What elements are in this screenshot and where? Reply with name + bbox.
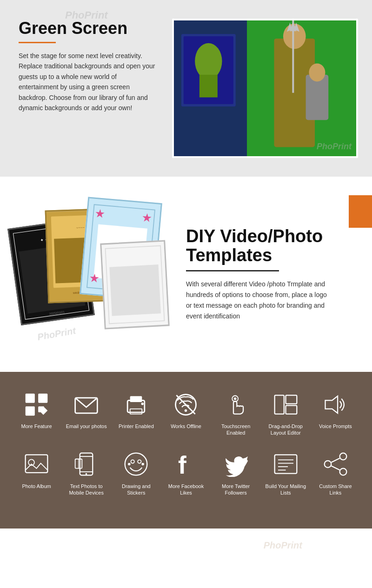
share-icon xyxy=(321,450,349,478)
printer-icon xyxy=(122,390,150,418)
diy-underline xyxy=(186,270,279,271)
svg-text:★: ★ xyxy=(94,206,106,220)
svg-point-4 xyxy=(195,43,222,79)
mailing-icon xyxy=(272,450,299,478)
svg-point-77 xyxy=(340,469,347,476)
green-screen-section: PhoPrint Green Screen Set the stage for … xyxy=(0,0,372,177)
voice-icon xyxy=(321,390,349,418)
feature-offline: Works Offline xyxy=(163,390,208,436)
feature-share-label: Custom Share Links xyxy=(313,483,358,496)
facebook-icon: f xyxy=(172,450,200,478)
feature-stickers: Drawing and Stickers xyxy=(113,450,159,496)
white-frame-svg xyxy=(101,242,168,328)
touchscreen-icon xyxy=(222,390,250,418)
feature-mailing: Build Your Mailing Lists xyxy=(263,450,308,496)
feature-touchscreen: Touchscreen Enabled xyxy=(213,390,259,436)
svg-text:~~~~: ~~~~ xyxy=(76,225,85,230)
svg-rect-38 xyxy=(38,393,47,403)
green-screen-svg xyxy=(174,20,356,156)
feature-printer-label: Printer Enabled xyxy=(119,423,154,429)
svg-rect-70 xyxy=(274,455,297,473)
svg-text:★: ★ xyxy=(141,211,152,225)
feature-layout-label: Drag-and-Drop Layout Editor xyxy=(263,423,308,436)
green-screen-description: Set the stage for some next level creati… xyxy=(19,51,158,113)
frame-card-white xyxy=(100,240,169,329)
feature-photo-album-label: Photo Album xyxy=(22,483,51,489)
offline-icon xyxy=(172,390,200,418)
feature-more: More Feature xyxy=(14,390,59,436)
svg-rect-45 xyxy=(130,409,142,414)
feature-twitter-label: More Twitter Followers xyxy=(213,483,259,496)
diy-section: ✦ ✦ ✦ 2025|01|01 ~~~~ wedding 2025 ★ ★ xyxy=(0,177,372,372)
feature-email: Email your photos xyxy=(64,390,109,436)
green-screen-title: Green Screen xyxy=(19,19,158,38)
grid-icon xyxy=(23,390,51,418)
bottom-strip xyxy=(0,529,372,556)
svg-rect-5 xyxy=(199,75,218,98)
feature-mobile-label: Text Photos to Mobile Devices xyxy=(64,483,109,496)
diy-text-content: DIY Video/Photo Templates With several d… xyxy=(186,227,358,322)
feature-voice: Voice Prompts xyxy=(313,390,358,436)
svg-rect-37 xyxy=(26,393,35,403)
svg-point-9 xyxy=(309,63,325,81)
watermark-diy: PhoPrint xyxy=(37,325,77,343)
orange-accent-bar xyxy=(349,195,372,228)
feature-offline-label: Works Offline xyxy=(171,423,201,429)
svg-point-76 xyxy=(325,461,332,468)
feature-email-label: Email your photos xyxy=(66,423,107,429)
svg-point-68 xyxy=(142,463,145,466)
feature-printer: Printer Enabled xyxy=(113,390,159,436)
svg-rect-52 xyxy=(274,395,284,414)
green-screen-text: Green Screen Set the stage for some next… xyxy=(19,19,158,113)
sticker-icon xyxy=(122,450,150,478)
svg-point-75 xyxy=(340,453,347,460)
svg-line-79 xyxy=(331,466,339,470)
svg-point-61 xyxy=(86,473,87,475)
svg-rect-54 xyxy=(286,405,297,414)
feature-mobile: Text Photos to Mobile Devices xyxy=(64,450,109,496)
svg-text:f: f xyxy=(178,451,186,477)
svg-point-65 xyxy=(131,460,134,463)
mobile-icon xyxy=(73,450,100,478)
diy-frames-display: ✦ ✦ ✦ 2025|01|01 ~~~~ wedding 2025 ★ ★ xyxy=(9,195,177,353)
feature-layout: Drag-and-Drop Layout Editor xyxy=(263,390,308,436)
features-row2: Photo Album Text Photos to Mobile Device… xyxy=(14,450,358,496)
feature-facebook: f More Facebook Likes xyxy=(163,450,208,496)
feature-mailing-label: Build Your Mailing Lists xyxy=(263,483,308,496)
title-underline xyxy=(19,42,56,43)
feature-twitter: More Twitter Followers xyxy=(213,450,259,496)
email-icon xyxy=(73,390,100,418)
svg-point-67 xyxy=(128,463,131,466)
svg-rect-44 xyxy=(130,396,142,402)
diy-title: DIY Video/Photo Templates xyxy=(186,227,330,266)
feature-touchscreen-label: Touchscreen Enabled xyxy=(213,423,259,436)
svg-point-49 xyxy=(185,409,187,412)
feature-more-label: More Feature xyxy=(21,423,52,429)
svg-point-51 xyxy=(234,397,237,400)
photo-album-icon xyxy=(23,450,51,478)
svg-rect-36 xyxy=(109,264,161,316)
svg-text:★: ★ xyxy=(89,271,100,285)
svg-rect-8 xyxy=(306,75,329,120)
feature-share: Custom Share Links xyxy=(313,450,358,496)
svg-marker-55 xyxy=(325,396,338,413)
green-screen-bg xyxy=(174,20,356,156)
features-row1: More Feature Email your photos Print xyxy=(14,390,358,436)
diy-description: With several different Video /photo Trmp… xyxy=(186,279,330,322)
green-screen-image: PhoPrint xyxy=(172,19,358,158)
feature-photo-album: Photo Album xyxy=(14,450,59,496)
features-section: More Feature Email your photos Print xyxy=(0,372,372,529)
layout-icon xyxy=(272,390,299,418)
feature-facebook-label: More Facebook Likes xyxy=(163,483,208,496)
feature-stickers-label: Drawing and Stickers xyxy=(113,483,159,496)
svg-rect-39 xyxy=(26,406,35,416)
svg-point-46 xyxy=(141,402,144,405)
svg-rect-53 xyxy=(286,395,297,403)
feature-voice-label: Voice Prompts xyxy=(319,423,352,429)
svg-line-78 xyxy=(331,458,339,462)
svg-point-66 xyxy=(138,460,141,463)
twitter-icon xyxy=(222,450,250,478)
